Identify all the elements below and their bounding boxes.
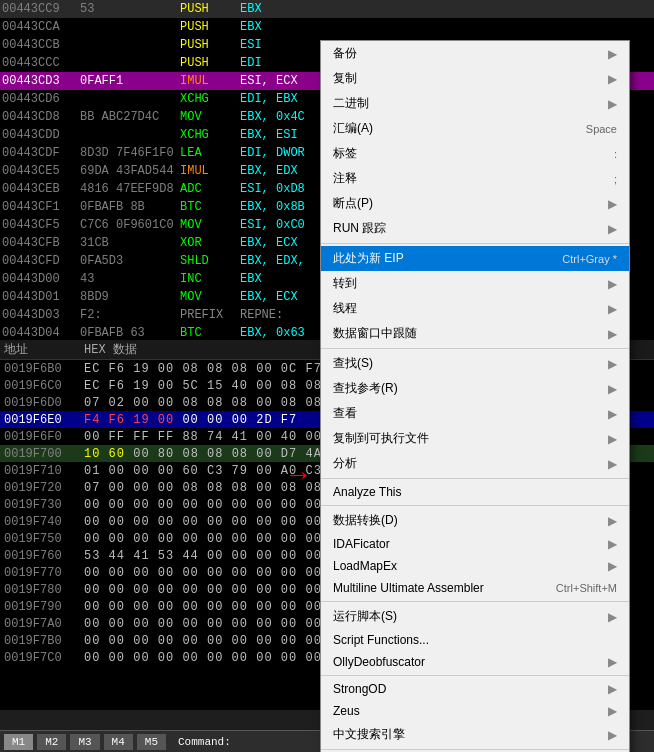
context-menu: 备份 ▶ 复制 ▶ 二进制 ▶ 汇编(A) Space 标签 : 注释 ; 断点… — [320, 40, 630, 752]
row-mnem: IMUL — [180, 164, 240, 178]
row-addr: 00443CD8 — [2, 110, 80, 124]
cm-multiline-assembler[interactable]: Multiline Ultimate Assembler Ctrl+Shift+… — [321, 577, 629, 599]
cm-chinese-search[interactable]: 中文搜索引擎 ▶ — [321, 722, 629, 747]
row-addr: 00443CD6 — [2, 92, 80, 106]
cm-search-ref[interactable]: 查找参考(R) ▶ — [321, 376, 629, 401]
cm-view[interactable]: 查看 ▶ — [321, 401, 629, 426]
row-addr: 00443CFB — [2, 236, 80, 250]
row-mnem: XOR — [180, 236, 240, 250]
cm-run-trace[interactable]: RUN 跟踪 ▶ — [321, 216, 629, 241]
row-addr: 00443CFD — [2, 254, 80, 268]
cm-copy[interactable]: 复制 ▶ — [321, 66, 629, 91]
row-addr: 00443CC9 — [2, 2, 80, 16]
row-addr: 00443CF5 — [2, 218, 80, 232]
row-hex: C7C6 0F9601C0 — [80, 218, 180, 232]
row-hex: 0FBAFB 8B — [80, 200, 180, 214]
row-addr: 00443D00 — [2, 272, 80, 286]
row-addr: 00443CCC — [2, 56, 80, 70]
cm-goto[interactable]: 转到 ▶ — [321, 271, 629, 296]
cm-sep-7 — [321, 749, 629, 750]
cm-binary[interactable]: 二进制 ▶ — [321, 91, 629, 116]
row-addr: 00443D04 — [2, 326, 80, 340]
row-hex: 0FBAFB 63 — [80, 326, 180, 340]
row-hex: 8D3D 7F46F1F0 — [80, 146, 180, 160]
row-mnem: SHLD — [180, 254, 240, 268]
row-mnem: PUSH — [180, 2, 240, 16]
cm-sep-4 — [321, 505, 629, 506]
row-mnem: LEA — [180, 146, 240, 160]
cm-assemble[interactable]: 汇编(A) Space — [321, 116, 629, 141]
cm-analyze-this[interactable]: Analyze This — [321, 481, 629, 503]
status-tab-m1[interactable]: M1 — [4, 734, 33, 750]
cm-comment[interactable]: 注释 ; — [321, 166, 629, 191]
status-tab-m2[interactable]: M2 — [37, 734, 66, 750]
table-row[interactable]: 00443CCA PUSH EBX — [0, 18, 654, 36]
row-mnem: ADC — [180, 182, 240, 196]
cm-sep-1 — [321, 243, 629, 244]
row-mnem: BTC — [180, 326, 240, 340]
cm-ollydeobfuscator[interactable]: OllyDeobfuscator ▶ — [321, 651, 629, 673]
cm-run-script[interactable]: 运行脚本(S) ▶ — [321, 604, 629, 629]
status-tab-m4[interactable]: M4 — [104, 734, 133, 750]
row-hex: 69DA 43FAD544 — [80, 164, 180, 178]
row-hex: 0FAFF1 — [80, 74, 180, 88]
cm-script-functions[interactable]: Script Functions... — [321, 629, 629, 651]
cm-idaficator[interactable]: IDAFicator ▶ — [321, 533, 629, 555]
status-tab-m3[interactable]: M3 — [70, 734, 99, 750]
cm-follow-dump[interactable]: 数据窗口中跟随 ▶ — [321, 321, 629, 346]
row-mnem: PREFIX — [180, 308, 240, 322]
row-hex: 0FA5D3 — [80, 254, 180, 268]
row-mnem: PUSH — [180, 20, 240, 34]
cm-breakpoint[interactable]: 断点(P) ▶ — [321, 191, 629, 216]
row-mnem: BTC — [180, 200, 240, 214]
cm-strongod[interactable]: StrongOD ▶ — [321, 678, 629, 700]
table-row[interactable]: 00443CC9 53 PUSH EBX — [0, 0, 654, 18]
row-hex: 4816 47EEF9D8 — [80, 182, 180, 196]
row-hex: 8BD9 — [80, 290, 180, 304]
row-hex: 53 — [80, 2, 180, 16]
cm-sep-5 — [321, 601, 629, 602]
row-hex: 31CB — [80, 236, 180, 250]
cm-backup[interactable]: 备份 ▶ — [321, 41, 629, 66]
row-mnem: IMUL — [180, 74, 240, 88]
row-addr: 00443CDD — [2, 128, 80, 142]
row-addr: 00443CCA — [2, 20, 80, 34]
command-label: Command: — [178, 736, 231, 748]
row-mnem: PUSH — [180, 56, 240, 70]
row-addr: 00443CEB — [2, 182, 80, 196]
row-addr: 00443CDF — [2, 146, 80, 160]
status-tab-m5[interactable]: M5 — [137, 734, 166, 750]
cm-loadmapex[interactable]: LoadMapEx ▶ — [321, 555, 629, 577]
cm-sep-6 — [321, 675, 629, 676]
cm-data-transform[interactable]: 数据转换(D) ▶ — [321, 508, 629, 533]
row-mnem: XCHG — [180, 128, 240, 142]
cm-sep-3 — [321, 478, 629, 479]
cm-label[interactable]: 标签 : — [321, 141, 629, 166]
row-mnem: MOV — [180, 218, 240, 232]
row-addr: 00443D03 — [2, 308, 80, 322]
row-hex: 43 — [80, 272, 180, 286]
cm-set-eip[interactable]: 此处为新 EIP Ctrl+Gray * — [321, 246, 629, 271]
row-ops: EBX — [240, 2, 652, 16]
row-addr: 00443D01 — [2, 290, 80, 304]
row-mnem: XCHG — [180, 92, 240, 106]
row-mnem: MOV — [180, 290, 240, 304]
cm-sep-2 — [321, 348, 629, 349]
row-ops: EBX — [240, 20, 652, 34]
row-addr: 00443CCB — [2, 38, 80, 52]
cm-thread[interactable]: 线程 ▶ — [321, 296, 629, 321]
row-hex: F2: — [80, 308, 180, 322]
cm-zeus[interactable]: Zeus ▶ — [321, 700, 629, 722]
row-addr: 00443CE5 — [2, 164, 80, 178]
row-addr: 00443CD3 — [2, 74, 80, 88]
cm-copy-to-exe[interactable]: 复制到可执行文件 ▶ — [321, 426, 629, 451]
row-addr: 00443CF1 — [2, 200, 80, 214]
row-hex: BB ABC27D4C — [80, 110, 180, 124]
cm-search[interactable]: 查找(S) ▶ — [321, 351, 629, 376]
cm-analyze[interactable]: 分析 ▶ — [321, 451, 629, 476]
row-mnem: MOV — [180, 110, 240, 124]
row-mnem: PUSH — [180, 38, 240, 52]
hexdump-addr-header: 地址 — [4, 341, 84, 358]
row-mnem: INC — [180, 272, 240, 286]
